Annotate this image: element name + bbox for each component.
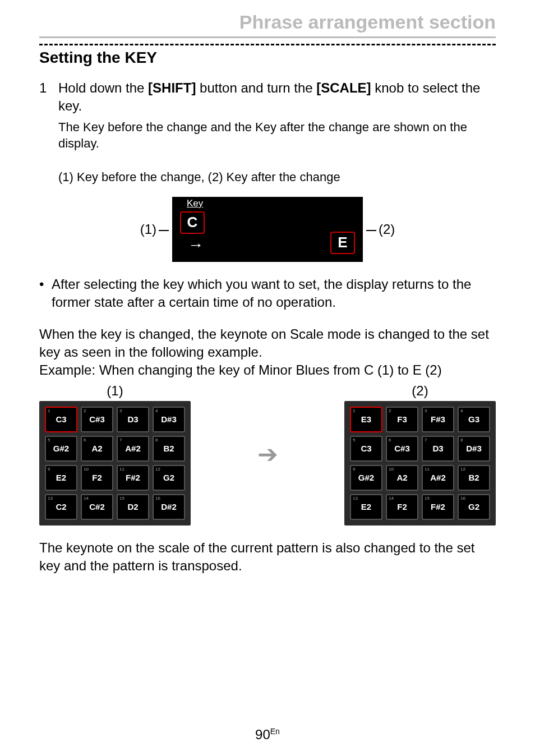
- step-text-2: button and turn the: [196, 80, 316, 95]
- pad-grids-figure: (1) 1C32C#33D34D#35G#26A27A#28B29E210F21…: [39, 383, 496, 525]
- pad-grid-1: 1C32C#33D34D#35G#26A27A#28B29E210F211F#2…: [39, 401, 191, 525]
- pad-note-label: F#3: [431, 414, 445, 424]
- pad-number: 12: [155, 467, 160, 472]
- page-header-title: Phrase arrangement section: [39, 11, 496, 33]
- pad: 15D2: [117, 494, 149, 520]
- pad-number: 9: [48, 467, 50, 472]
- pad-number: 3: [425, 408, 427, 413]
- pad: 2C#3: [81, 407, 113, 432]
- pad-note-label: C3: [56, 414, 66, 424]
- pad-note-label: G2: [163, 473, 174, 482]
- step-body: Hold down the [SHIFT] button and turn th…: [58, 79, 496, 116]
- grid-label-2: (2): [344, 383, 496, 399]
- bullet-dot-icon: •: [39, 275, 52, 312]
- callout-1-text: (1): [140, 222, 156, 237]
- pad: 10A2: [386, 465, 418, 491]
- page-number: 90En: [0, 727, 535, 743]
- pad-note-label: G3: [468, 414, 479, 424]
- pad-number: 12: [460, 467, 465, 472]
- pad-note-label: E2: [56, 473, 66, 482]
- pad-number: 2: [389, 408, 391, 413]
- pad: 12G2: [153, 465, 185, 491]
- pad-note-label: F#2: [126, 473, 140, 482]
- pad-number: 1: [48, 408, 50, 413]
- pad-number: 6: [389, 437, 391, 442]
- grid-column-1: (1) 1C32C#33D34D#35G#26A27A#28B29E210F21…: [39, 383, 191, 525]
- pad: 14F2: [386, 494, 418, 520]
- pad-note-label: D#2: [161, 502, 177, 511]
- pad-note-label: F3: [397, 414, 407, 424]
- pad-number: 10: [389, 467, 394, 472]
- pad-note-label: A2: [396, 473, 407, 482]
- paragraph-example: Example: When changing the key of Minor …: [39, 361, 496, 379]
- pad: 11A#2: [422, 465, 454, 491]
- pad: 12B2: [458, 465, 490, 491]
- pad-note-label: D2: [127, 502, 138, 511]
- pad: 6A2: [81, 436, 113, 462]
- pad: 8D#3: [458, 436, 490, 462]
- pad-number: 13: [353, 496, 358, 501]
- pad-note-label: A#2: [125, 444, 141, 453]
- pad-number: 14: [389, 496, 394, 501]
- pad-number: 5: [48, 437, 50, 442]
- step-1: 1 Hold down the [SHIFT] button and turn …: [39, 79, 496, 116]
- pad: 14C#2: [81, 494, 113, 520]
- key-display-figure: (1) Key C → E (2): [39, 197, 496, 262]
- page-number-value: 90: [255, 727, 270, 742]
- step-description: The Key before the change and the Key af…: [58, 119, 496, 152]
- pad-note-label: D3: [127, 414, 138, 424]
- pad-number: 8: [460, 437, 463, 442]
- device-display: Key C → E: [172, 197, 363, 262]
- paragraph-transpose: The keynote on the scale of the current …: [39, 539, 496, 575]
- pad-number: 8: [155, 437, 158, 442]
- pad-number: 16: [460, 496, 465, 501]
- pad-number: 3: [119, 408, 122, 413]
- pad-note-label: D#3: [466, 444, 482, 453]
- key-after-box: E: [330, 232, 355, 254]
- pad: 7D3: [422, 436, 454, 462]
- page-number-suffix: En: [270, 727, 280, 736]
- arrow-right-icon: ➔: [257, 440, 278, 468]
- pad-note-label: C2: [56, 502, 66, 511]
- grid-label-1: (1): [39, 383, 191, 399]
- pad-note-label: C#3: [89, 414, 105, 424]
- callout-line-right: [366, 230, 376, 231]
- step-text-1: Hold down the: [58, 80, 148, 95]
- pad-note-label: F#2: [431, 502, 445, 511]
- display-key-label: Key: [187, 198, 203, 209]
- pad-number: 11: [425, 467, 430, 472]
- pad: 1E3: [350, 407, 382, 432]
- bullet-text: After selecting the key which you want t…: [52, 275, 496, 312]
- pad-note-label: E2: [361, 502, 371, 511]
- pad-number: 5: [353, 437, 355, 442]
- pad-note-label: F2: [92, 473, 102, 482]
- dashed-divider: [39, 44, 496, 45]
- header-divider: [39, 36, 496, 38]
- pad: 6C#3: [386, 436, 418, 462]
- callout-line-left: [159, 230, 169, 231]
- pad-number: 13: [48, 496, 53, 501]
- paragraph-key-change: When the key is changed, the keynote on …: [39, 325, 496, 362]
- pad-note-label: G2: [468, 502, 479, 511]
- pad-number: 16: [155, 496, 160, 501]
- pad: 1C3: [45, 407, 77, 432]
- grid-column-2: (2) 1E32F33F#34G35C36C#37D38D#39G#210A21…: [344, 383, 496, 525]
- pad-note-label: A#2: [430, 473, 446, 482]
- pad-number: 4: [155, 408, 158, 413]
- pad: 5G#2: [45, 436, 77, 462]
- pad-note-label: C#3: [394, 444, 410, 453]
- pad-number: 7: [119, 437, 122, 442]
- pad-number: 1: [353, 408, 355, 413]
- pad-number: 11: [119, 467, 124, 472]
- pad: 8B2: [153, 436, 185, 462]
- note-bullet: • After selecting the key which you want…: [39, 275, 496, 312]
- pad: 5C3: [350, 436, 382, 462]
- pad: 15F#2: [422, 494, 454, 520]
- pad-note-label: D3: [432, 444, 443, 453]
- pad: 11F#2: [117, 465, 149, 491]
- pad-note-label: B2: [163, 444, 174, 453]
- pad-number: 6: [84, 437, 86, 442]
- scale-knob-ref: [SCALE]: [316, 80, 371, 95]
- key-arrow-icon: →: [188, 236, 204, 254]
- pad-note-label: E3: [361, 414, 371, 424]
